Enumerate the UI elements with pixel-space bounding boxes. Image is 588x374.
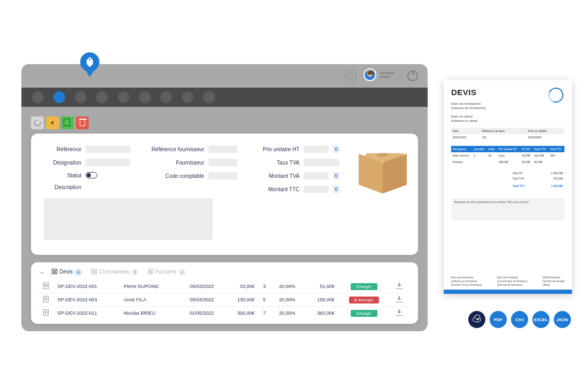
client-name: [Nom du client] [451,115,564,118]
cell-amount: 130,00€ [223,293,258,307]
euro-badge: € [333,172,339,180]
euro-badge: € [333,145,339,153]
statut-label: Statut [44,173,81,178]
delete-button[interactable] [76,116,89,129]
main-tab-4[interactable] [96,91,108,103]
montant-ttc-label: Montant TTC [252,186,299,192]
app-window: + Référence Désignation Statut Descripti… [21,64,428,331]
main-tab-1[interactable] [32,91,44,103]
cell-ref: SP-DEV-2022-001 [55,280,121,293]
status-pill: Envoyé [351,283,377,290]
main-tabbar [21,88,428,107]
code-comptable-input[interactable] [208,172,237,180]
client-addr: [Adresse du client] [451,119,564,122]
cell-rate: 20,00% [271,293,304,307]
trash-icon [80,120,85,126]
company-addr: [Adresse de l'entreprise] [451,106,564,110]
cell-qty: 3 [258,280,270,293]
taux-tva-input[interactable] [304,159,339,166]
user-name-placeholder [380,72,394,78]
document-preview: DEVIS [Nom de l'entreprise] [Adresse de … [444,80,572,294]
cell-qty: 5 [258,293,270,307]
fournisseur-input[interactable] [208,159,237,166]
main-tab-9[interactable] [203,91,215,103]
cell-total: 360,00€ [304,307,338,320]
reference-label: Référence [44,146,81,152]
product-form-card: Référence Désignation Statut Description… [31,134,418,255]
designation-input[interactable] [86,159,130,166]
prix-unitaire-input[interactable] [304,145,329,153]
documents-card: ← Devis4 Commandes5 Factures4 SP-DEV-202… [31,262,418,324]
doc-bottom-bar [444,290,572,294]
documents-tabs: ← Devis4 Commandes5 Factures4 [37,269,408,276]
documents-table: SP-DEV-2022-001Pierre DUPOND05/03/202243… [37,280,408,320]
download-icon[interactable] [396,283,403,289]
designation-label: Désignation [44,160,81,166]
fournisseur-label: Fournisseur [145,160,204,166]
doc-icon [43,283,49,289]
cell-rate: 20,00% [271,280,304,293]
cell-date: 01/05/2022 [180,307,223,320]
cell-rate: 20,00% [271,307,304,320]
main-tab-5[interactable] [118,91,129,103]
export-csv-button[interactable]: CSV [511,311,528,328]
back-arrow-icon[interactable]: ← [40,269,45,276]
main-tab-7[interactable] [160,91,172,103]
copy-icon [65,120,70,126]
tab-commandes[interactable]: Commandes5 [91,269,138,276]
cell-client: Anne FILA [120,293,180,307]
reference-input[interactable] [86,145,130,153]
doc-icon [43,309,49,316]
export-excel-button[interactable]: EXCEL [532,311,550,328]
power-button[interactable] [407,71,418,81]
export-json-button[interactable]: JSON [554,311,571,328]
prix-unitaire-label: Prix unitaire HT [252,146,299,152]
signature-box: Signature du client (précédée de la ment… [451,198,564,221]
company-name: [Nom de l'entreprise] [451,102,564,105]
cell-amount: 300,00€ [223,307,258,320]
tab-factures[interactable]: Factures4 [148,269,185,276]
doc-title: DEVIS [451,88,564,97]
main-tab-8[interactable] [182,91,194,103]
export-pdf-button[interactable]: PDF [490,311,507,328]
add-button[interactable]: + [46,116,59,129]
main-tab-2[interactable] [53,91,65,103]
doc-icon [43,296,49,302]
cell-ref: SP-DEV-2022-003 [55,293,121,307]
table-row[interactable]: SP-DEV-2022-011Nicolas BRIEU01/05/202230… [37,307,408,320]
user-menu[interactable] [363,68,394,81]
refresh-button[interactable] [31,116,44,129]
cell-ref: SP-DEV-2022-011 [55,307,121,320]
montant-ttc-input[interactable] [304,185,329,193]
tab-devis[interactable]: Devis4 [52,269,82,276]
main-tab-6[interactable] [139,91,151,103]
doc-footer: [Nom de l'entreprise][Adresse de l'entre… [451,275,564,286]
cloud-download-icon [473,317,481,322]
cloud-download-button[interactable] [468,311,485,328]
fingerprint-icon[interactable] [345,69,357,82]
action-toolbar: + [21,107,428,134]
doc-icon [91,269,97,274]
duplicate-button[interactable] [61,116,74,129]
avatar [363,68,376,81]
euro-badge: € [333,185,339,193]
cell-qty: 7 [258,307,270,320]
product-box-icon [359,150,405,198]
montant-tva-label: Montant TVA [252,173,299,179]
download-icon[interactable] [396,309,403,316]
taux-tva-label: Taux TVA [252,160,299,166]
ref-fournisseur-input[interactable] [208,145,237,153]
montant-tva-input[interactable] [304,172,329,180]
table-row[interactable]: SP-DEV-2022-001Pierre DUPOND05/03/202243… [37,280,408,293]
cell-amount: 43,00€ [223,280,258,293]
main-tab-3[interactable] [75,91,87,103]
cell-total: 51,60€ [304,280,338,293]
cell-client: Nicolas BRIEU [120,307,180,320]
table-row[interactable]: SP-DEV-2022-003Anne FILA05/03/2022130,00… [37,293,408,307]
refresh-icon [33,119,42,127]
cell-date: 05/03/2022 [180,293,223,307]
download-icon[interactable] [396,296,403,302]
titlebar [21,64,428,88]
doc-lines-table: DescriptionQuantitéUnitéPrix unitaire HT… [451,146,564,165]
statut-toggle[interactable] [86,172,97,178]
